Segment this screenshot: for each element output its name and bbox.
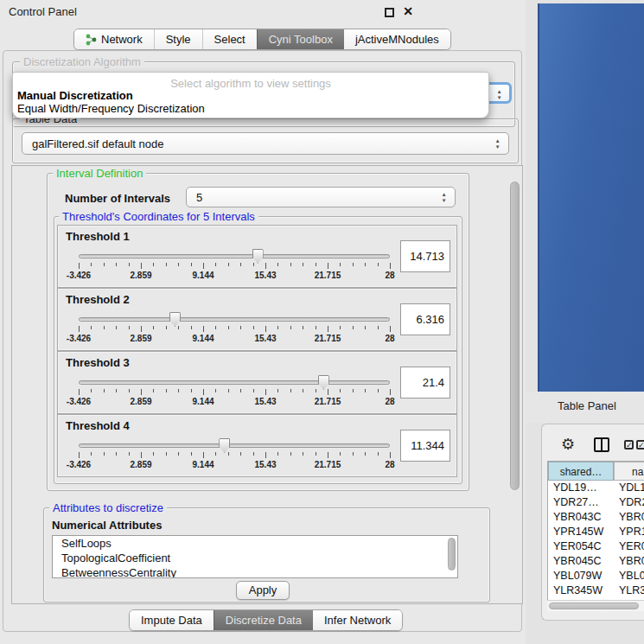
slider-tick-label: 15.43 bbox=[254, 397, 276, 406]
tab-jactivemnodules[interactable]: jActiveMNodules bbox=[344, 29, 450, 49]
slider-tick bbox=[316, 326, 316, 329]
bottom-tab-infer-network[interactable]: Infer Network bbox=[313, 610, 402, 630]
column-header-name[interactable]: na bbox=[614, 462, 644, 481]
tab-network[interactable]: Network bbox=[74, 29, 154, 49]
tab-select[interactable]: Select bbox=[202, 29, 257, 49]
slider-tick bbox=[166, 389, 167, 392]
slider-tick-label: 28 bbox=[385, 397, 394, 406]
slider-tick-label: 15.43 bbox=[254, 271, 276, 280]
slider-tick bbox=[390, 389, 391, 395]
threshold-panel-2: Threshold 2-3.4262.8599.14415.4321.71528… bbox=[57, 288, 457, 351]
slider-tick bbox=[79, 326, 80, 332]
slider-tick bbox=[353, 263, 354, 266]
attribute-list-item[interactable]: BetweennessCentrality bbox=[53, 565, 457, 578]
float-window-icon[interactable] bbox=[385, 8, 394, 17]
slider-tick bbox=[215, 263, 216, 266]
slider-tick bbox=[129, 389, 130, 392]
table-row[interactable]: YBR045CYBR0 bbox=[548, 554, 644, 569]
tab-label: Infer Network bbox=[324, 610, 391, 631]
slider-tick bbox=[240, 452, 241, 456]
slider-tick bbox=[141, 326, 142, 332]
cell-shared-name: YBR045C bbox=[553, 554, 614, 569]
slider-tick-label: 28 bbox=[385, 460, 394, 469]
settings-scrollpanel: Interval Definition Number of Intervals … bbox=[11, 165, 523, 604]
bottom-tab-discretize-data[interactable]: Discretize Data bbox=[214, 610, 313, 630]
threshold-slider-track[interactable] bbox=[79, 443, 390, 448]
threshold-slider-thumb[interactable] bbox=[169, 312, 181, 327]
slider-tick bbox=[365, 389, 366, 392]
slider-tick bbox=[265, 452, 266, 458]
slider-tick bbox=[328, 263, 328, 269]
threshold-value-field[interactable]: 11.344 bbox=[400, 430, 450, 462]
table-row[interactable]: YER054CYER0 bbox=[548, 539, 644, 554]
control-panel-title: Control Panel bbox=[9, 0, 77, 24]
attribute-list-item[interactable]: TopologicalCoefficient bbox=[53, 551, 457, 565]
tab-style[interactable]: Style bbox=[154, 29, 202, 49]
table-data-combobox[interactable]: galFiltered.sif default node bbox=[22, 132, 509, 155]
threshold-slider-track[interactable] bbox=[79, 380, 390, 385]
slider-tick bbox=[203, 326, 204, 332]
table-row[interactable]: YBR043CYBR0 bbox=[548, 510, 644, 525]
list-scrollbar-thumb[interactable] bbox=[448, 538, 456, 571]
threshold-label: Threshold 4 bbox=[66, 419, 130, 432]
algorithm-option-equal-width[interactable]: Equal Width/Frequency Discretization bbox=[17, 102, 205, 115]
slider-tick bbox=[340, 326, 341, 329]
slider-tick bbox=[228, 263, 229, 266]
slider-tick bbox=[277, 389, 278, 392]
tab-cyni-toolbox[interactable]: Cyni Toolbox bbox=[257, 29, 344, 49]
threshold-value-field[interactable]: 6.316 bbox=[400, 303, 450, 335]
table-row[interactable]: YLR345WYLR3 bbox=[548, 583, 644, 598]
interval-definition-group-title: Interval Definition bbox=[53, 168, 146, 179]
split-pane-icon[interactable] bbox=[594, 437, 609, 452]
slider-tick bbox=[303, 326, 303, 329]
threshold-slider-track[interactable] bbox=[79, 317, 390, 322]
threshold-slider-thumb[interactable] bbox=[252, 249, 264, 264]
close-icon[interactable]: ✕ bbox=[403, 4, 413, 18]
slider-tick bbox=[253, 326, 254, 329]
apply-button[interactable]: Apply bbox=[236, 581, 290, 600]
slider-tick bbox=[153, 263, 154, 266]
algorithm-option-manual[interactable]: Manual Discretization bbox=[17, 89, 133, 102]
slider-tick bbox=[228, 326, 229, 329]
slider-tick bbox=[178, 263, 179, 266]
num-intervals-value: 5 bbox=[196, 188, 202, 208]
threshold-panel-4: Threshold 4-3.4262.8599.14415.4321.71528… bbox=[57, 414, 457, 477]
slider-tick bbox=[253, 389, 254, 392]
cell-name: YPR1 bbox=[619, 525, 644, 539]
bottom-tab-impute-data[interactable]: Impute Data bbox=[130, 610, 214, 630]
checkbox-checked-icon[interactable]: ✓ bbox=[636, 440, 644, 450]
threshold-label: Threshold 1 bbox=[66, 230, 130, 243]
attribute-list-item[interactable]: SelfLoops bbox=[53, 536, 457, 551]
table-row[interactable]: YPR145WYPR1 bbox=[548, 525, 644, 539]
threshold-slider-track[interactable] bbox=[79, 254, 390, 258]
threshold-slider-thumb[interactable] bbox=[318, 375, 329, 390]
tab-label: Select bbox=[214, 29, 245, 50]
attributes-group-title: Attributes to discretize bbox=[49, 502, 167, 513]
slider-tick bbox=[290, 452, 291, 456]
table-row[interactable]: YDL19…YDL1 bbox=[548, 481, 644, 495]
node-table[interactable]: shared…na YDL19…YDL1YDR27…YDR2YBR043CYBR… bbox=[547, 461, 644, 604]
slider-tick bbox=[166, 263, 167, 266]
slider-tick bbox=[228, 452, 229, 456]
table-row[interactable]: YDR27…YDR2 bbox=[548, 495, 644, 510]
threshold-slider-thumb[interactable] bbox=[219, 438, 230, 453]
num-intervals-combobox[interactable]: 5 bbox=[186, 187, 456, 207]
column-header-shared-name[interactable]: shared… bbox=[548, 462, 614, 481]
threshold-value-field[interactable]: 14.713 bbox=[400, 240, 450, 272]
slider-tick bbox=[116, 452, 117, 456]
slider-tick bbox=[141, 263, 142, 269]
slider-tick bbox=[265, 389, 266, 395]
horizontal-scrollbar-thumb[interactable] bbox=[549, 603, 639, 609]
slider-tick-label: 15.43 bbox=[254, 334, 276, 343]
threshold-value-field[interactable]: 21.4 bbox=[400, 367, 450, 399]
threshold-panel-1: Threshold 1-3.4262.8599.14415.4321.71528… bbox=[57, 225, 457, 288]
numerical-attributes-list[interactable]: SelfLoopsTopologicalCoefficientBetweenne… bbox=[52, 535, 458, 578]
table-row[interactable]: YBL079WYBL0 bbox=[548, 569, 644, 583]
horizontal-scrollbar[interactable] bbox=[547, 600, 644, 611]
gear-icon[interactable]: ⚙ bbox=[561, 437, 575, 452]
slider-tick bbox=[378, 389, 379, 392]
checkbox-checked-icon[interactable]: ✓ bbox=[624, 440, 634, 450]
vertical-scrollbar-thumb[interactable] bbox=[510, 182, 520, 490]
slider-tick bbox=[215, 326, 216, 329]
slider-tick-label: 21.715 bbox=[315, 460, 341, 469]
